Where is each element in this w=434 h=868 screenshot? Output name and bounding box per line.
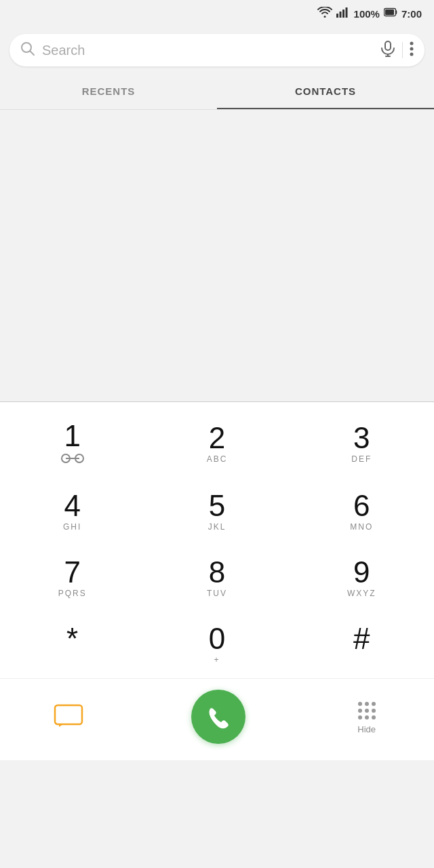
key-letters-3: DEF <box>351 454 372 465</box>
battery-icon <box>384 7 397 20</box>
key-number-star: * <box>66 624 78 654</box>
svg-point-19 <box>365 702 369 706</box>
status-bar: 100% 7:00 <box>0 0 434 27</box>
search-action-icons <box>380 41 414 60</box>
key-letters-8: TUV <box>207 589 227 599</box>
divider <box>402 42 403 58</box>
dialpad-key-2[interactable]: 2 ABC <box>144 409 289 479</box>
key-letters-2: ABC <box>207 454 228 465</box>
bottom-bar: Hide <box>0 678 434 760</box>
key-number-0: 0 <box>209 624 225 654</box>
dialpad-key-8[interactable]: 8 TUV <box>144 545 289 612</box>
key-number-3: 3 <box>353 423 370 453</box>
key-number-4: 4 <box>64 491 80 521</box>
svg-point-26 <box>372 715 376 719</box>
search-bar[interactable]: Search <box>9 34 425 66</box>
key-letters-6: MNO <box>350 522 373 533</box>
svg-rect-3 <box>345 7 347 18</box>
svg-rect-1 <box>339 12 341 18</box>
key-letters-1 <box>60 452 85 467</box>
key-number-9: 9 <box>353 557 370 587</box>
svg-rect-0 <box>336 14 338 18</box>
dialpad-grid: 1 2 ABC 3 DEF 4 GHI 5 JKL 6 MNO 7 PQRS 8 <box>0 409 434 678</box>
dialpad-key-3[interactable]: 3 DEF <box>290 409 434 479</box>
svg-line-7 <box>31 52 35 56</box>
key-letters-9: WXYZ <box>347 589 376 599</box>
key-number-8: 8 <box>209 557 225 587</box>
key-letters-0: + <box>214 655 220 666</box>
svg-rect-5 <box>385 9 394 15</box>
tab-recents[interactable]: RECENTS <box>0 73 217 109</box>
dialpad-key-9[interactable]: 9 WXYZ <box>290 545 434 612</box>
key-letters-4: GHI <box>63 522 81 533</box>
key-number-5: 5 <box>209 491 225 521</box>
dialpad-key-5[interactable]: 5 JKL <box>144 479 289 545</box>
hide-button[interactable]: Hide <box>353 700 380 734</box>
svg-point-13 <box>410 53 414 56</box>
svg-rect-8 <box>385 41 391 50</box>
key-letters-5: JKL <box>208 522 226 533</box>
search-icon <box>20 41 35 59</box>
battery-percentage: 100% <box>354 8 380 20</box>
svg-point-18 <box>358 702 362 706</box>
svg-point-25 <box>365 715 369 719</box>
svg-rect-2 <box>342 9 344 18</box>
dialpad-key-0[interactable]: 0 + <box>144 612 289 678</box>
dialpad-key-4[interactable]: 4 GHI <box>0 479 144 545</box>
dialpad-key-7[interactable]: 7 PQRS <box>0 545 144 612</box>
dialpad-key-1[interactable]: 1 <box>0 409 144 479</box>
message-button[interactable] <box>54 704 83 730</box>
key-number-1: 1 <box>64 421 80 451</box>
key-letters-7: PQRS <box>58 589 87 599</box>
tabs: RECENTS CONTACTS <box>0 73 434 110</box>
svg-point-22 <box>365 709 369 713</box>
key-number-2: 2 <box>209 423 225 453</box>
svg-point-23 <box>372 709 376 713</box>
svg-point-11 <box>410 42 414 45</box>
dialpad-key-6[interactable]: 6 MNO <box>290 479 434 545</box>
more-options-icon[interactable] <box>410 41 414 59</box>
mic-icon[interactable] <box>380 41 395 60</box>
call-button[interactable] <box>191 690 245 744</box>
svg-point-20 <box>372 702 376 706</box>
svg-point-21 <box>358 709 362 713</box>
key-number-7: 7 <box>64 557 80 587</box>
search-placeholder[interactable]: Search <box>42 43 374 58</box>
svg-point-12 <box>410 47 414 51</box>
wifi-icon <box>317 7 332 20</box>
dialpad-key-hash[interactable]: # <box>290 612 434 678</box>
signal-icon <box>336 7 350 20</box>
svg-rect-17 <box>55 705 82 724</box>
search-bar-container: Search <box>0 27 434 73</box>
content-area <box>0 110 434 401</box>
key-number-6: 6 <box>353 491 370 521</box>
dialpad: 1 2 ABC 3 DEF 4 GHI 5 JKL 6 MNO 7 PQRS 8 <box>0 402 434 760</box>
svg-point-24 <box>358 715 362 719</box>
dialpad-key-star[interactable]: * <box>0 612 144 678</box>
status-icons: 100% 7:00 <box>317 7 422 20</box>
tab-contacts[interactable]: CONTACTS <box>217 73 434 109</box>
key-number-hash: # <box>353 624 370 654</box>
hide-label: Hide <box>357 724 376 734</box>
clock: 7:00 <box>401 8 422 20</box>
